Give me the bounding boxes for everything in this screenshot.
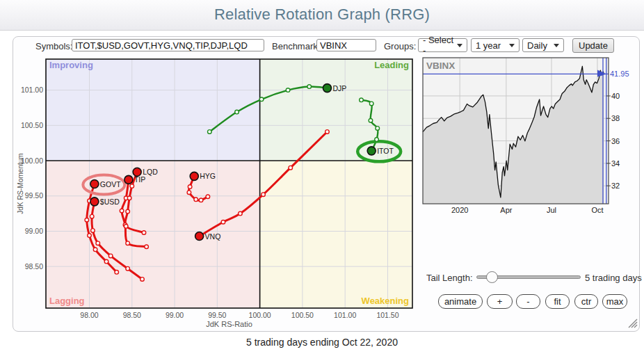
svg-text:DJP: DJP — [332, 84, 346, 92]
svg-text:98.50: 98.50 — [123, 311, 141, 319]
animate-button[interactable]: animate — [438, 294, 483, 309]
svg-text:98.00: 98.00 — [80, 311, 98, 319]
svg-text:32: 32 — [611, 182, 620, 190]
svg-text:100.50: 100.50 — [291, 311, 314, 319]
chevron-down-icon — [554, 44, 559, 47]
svg-text:101.50: 101.50 — [376, 311, 399, 319]
svg-text:99.00: 99.00 — [166, 311, 184, 319]
zoom-in-button[interactable]: + — [487, 294, 513, 309]
svg-text:40: 40 — [611, 92, 620, 100]
chevron-down-icon — [509, 44, 515, 47]
benchmark-input[interactable] — [316, 39, 376, 51]
svg-text:100.50: 100.50 — [21, 121, 43, 129]
groups-label: Groups: — [384, 41, 416, 51]
svg-text:GOVT: GOVT — [100, 180, 121, 188]
resize-handle[interactable] — [626, 317, 640, 330]
svg-text:99.00: 99.00 — [25, 227, 43, 235]
svg-text:99.50: 99.50 — [25, 191, 43, 200]
svg-text:TIP: TIP — [134, 175, 145, 184]
rrg-chart[interactable]: DJPITOTGOVT$USDTIPLQDHYGVNQImprovingLead… — [17, 54, 420, 334]
svg-text:Oct: Oct — [591, 206, 603, 214]
svg-text:JdK RS-Ratio: JdK RS-Ratio — [206, 320, 252, 328]
svg-text:Improving: Improving — [49, 60, 93, 70]
center-button[interactable]: ctr — [574, 294, 598, 309]
tail-length-value: 5 trading days — [585, 273, 642, 283]
groups-select-value: - Select - — [423, 35, 457, 56]
frequency-select[interactable]: Daily — [522, 38, 564, 52]
svg-text:Jul: Jul — [547, 206, 556, 214]
benchmark-label: Benchmark: — [272, 41, 320, 51]
svg-text:VBINX: VBINX — [426, 61, 455, 71]
svg-text:38: 38 — [611, 114, 620, 122]
app-header: Relative Rotation Graph (RRG) — [0, 0, 644, 31]
svg-text:41.95: 41.95 — [610, 70, 629, 78]
svg-text:ITOT: ITOT — [377, 147, 394, 155]
svg-text:98.50: 98.50 — [25, 262, 43, 271]
svg-text:LQD: LQD — [143, 168, 158, 176]
svg-text:2020: 2020 — [451, 206, 468, 214]
period-select[interactable]: 1 year — [471, 38, 520, 52]
svg-text:34: 34 — [611, 159, 620, 168]
svg-text:101.00: 101.00 — [21, 86, 43, 94]
update-button[interactable]: Update — [572, 38, 614, 53]
benchmark-price-chart: 41.9532343638402020AprJulOctVBINX — [417, 56, 644, 217]
tail-length-label: Tail Length: — [426, 273, 473, 283]
page-title: Relative Rotation Graph (RRG) — [0, 0, 644, 29]
svg-text:HYG: HYG — [200, 172, 216, 180]
svg-text:101.00: 101.00 — [334, 311, 356, 319]
svg-text:Lagging: Lagging — [49, 296, 85, 306]
svg-text:JdK RS-Momentum: JdK RS-Momentum — [17, 153, 24, 214]
svg-text:99.50: 99.50 — [208, 311, 226, 319]
footer-caption: 5 trading days ending Oct 22, 2020 — [0, 337, 644, 348]
chevron-down-icon — [457, 44, 462, 47]
svg-text:100.00: 100.00 — [249, 311, 271, 319]
groups-select[interactable]: - Select - — [418, 38, 467, 52]
fit-button[interactable]: fit — [545, 294, 570, 309]
zoom-out-button[interactable]: - — [516, 294, 540, 309]
svg-text:Leading: Leading — [374, 60, 409, 70]
svg-text:36: 36 — [611, 137, 620, 145]
symbols-label: Symbols: — [35, 41, 72, 51]
svg-text:$USD: $USD — [100, 198, 120, 206]
svg-text:Apr: Apr — [500, 206, 512, 214]
svg-text:VNQ: VNQ — [205, 232, 221, 241]
symbols-input[interactable] — [72, 39, 264, 51]
period-select-value: 1 year — [476, 40, 501, 51]
frequency-select-value: Daily — [527, 40, 547, 51]
max-button[interactable]: max — [602, 294, 627, 309]
svg-text:Weakening: Weakening — [362, 296, 409, 306]
